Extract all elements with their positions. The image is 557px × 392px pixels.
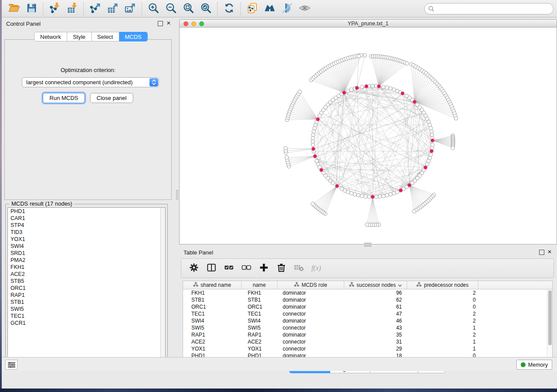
cell-predecessor-nodes[interactable]: 0 (407, 303, 478, 310)
cell-successor-nodes[interactable]: 61 (344, 303, 407, 310)
cell-mcds-role[interactable]: dominator (277, 317, 344, 324)
mcds-result-item[interactable]: STB5 (8, 278, 165, 285)
zoom-out-button[interactable] (162, 1, 180, 16)
mcds-result-list[interactable]: PHD1CAR1STP4TID3YOX1SWI4SRD1PMA2FKH1ACE2… (7, 207, 166, 364)
hide-selected-button[interactable] (278, 1, 296, 16)
cell-successor-nodes[interactable]: 29 (344, 345, 407, 352)
mcds-result-item[interactable]: SWI4 (8, 243, 165, 250)
find-button[interactable] (261, 1, 278, 16)
mcds-result-item[interactable]: ACE2 (8, 271, 165, 278)
cell-mcds-role[interactable]: dominator (277, 296, 344, 303)
mcds-result-item[interactable]: TID3 (8, 229, 165, 236)
mcds-result-item[interactable]: YOX1 (8, 236, 165, 243)
toggle-panel-mode-button[interactable] (205, 261, 218, 275)
mcds-result-item[interactable]: SWI5 (8, 306, 165, 313)
network-window-titlebar[interactable]: YPA_prune.txt_1 (179, 19, 557, 27)
cell-name[interactable]: SWI5 (242, 324, 277, 331)
cell-mcds-role[interactable]: connector (277, 324, 344, 331)
memory-button[interactable]: Memory (516, 360, 552, 370)
vertical-split-handle[interactable] (364, 243, 371, 247)
table-scrollbar-thumb[interactable] (548, 290, 552, 345)
mcds-result-item[interactable]: SRD1 (8, 250, 165, 257)
cell-successor-nodes[interactable]: 96 (344, 289, 407, 296)
cell-mcds-role[interactable]: dominator (277, 303, 344, 310)
table-row[interactable]: YOX1YOX1connector291 (183, 345, 552, 352)
import-network-button[interactable] (46, 1, 63, 16)
cell-shared-name[interactable]: RAP1 (183, 331, 242, 338)
mcds-result-item[interactable]: GCR1 (8, 320, 165, 327)
cell-mcds-role[interactable]: connector (277, 310, 344, 317)
table-row[interactable]: SWI5SWI5connector431 (183, 324, 552, 331)
clone-network-button[interactable] (243, 1, 261, 16)
cell-shared-name[interactable]: SWI5 (183, 324, 242, 331)
column-header-shared-name[interactable]: shared name (183, 281, 242, 289)
cell-name[interactable]: STB1 (242, 296, 277, 303)
export-table-button[interactable] (104, 1, 121, 16)
table-panel-close-button[interactable]: ✕ (547, 250, 552, 255)
deselect-all-button[interactable] (240, 261, 253, 275)
mcds-result-scrollbar[interactable] (160, 208, 165, 363)
table-row[interactable]: STB1STB1dominator620 (183, 296, 552, 303)
cell-mcds-role[interactable]: dominator (277, 289, 344, 296)
delete-column-button[interactable] (275, 261, 288, 275)
table-row[interactable]: ORC1ORC1dominator610 (183, 303, 552, 310)
control-panel-close-button[interactable]: ✕ (166, 21, 171, 26)
column-header-mcds-role[interactable]: MCDS role (277, 281, 344, 289)
cell-name[interactable]: ORC1 (242, 303, 277, 310)
cell-successor-nodes[interactable]: 31 (344, 338, 407, 345)
zoom-in-button[interactable] (145, 1, 162, 16)
optimization-criterion-select[interactable]: largest connected component (undirected) (22, 77, 159, 87)
cell-mcds-role[interactable]: connector (277, 338, 344, 345)
mcds-result-item[interactable]: PHD1 (8, 208, 165, 215)
cell-predecessor-nodes[interactable]: 1 (407, 338, 478, 345)
cell-successor-nodes[interactable]: 43 (344, 324, 407, 331)
table-row[interactable]: SWI4SWI4dominator462 (183, 317, 552, 324)
cell-name[interactable]: SWI4 (242, 317, 277, 324)
show-all-button[interactable] (296, 1, 313, 16)
cell-predecessor-nodes[interactable]: 2 (407, 289, 478, 296)
cell-mcds-role[interactable]: dominator (277, 331, 344, 338)
cell-name[interactable]: TEC1 (242, 310, 277, 317)
cell-successor-nodes[interactable]: 47 (344, 310, 407, 317)
tab-style[interactable]: Style (67, 32, 92, 41)
control-panel-float-button[interactable] (158, 21, 163, 26)
column-header-predecessor-nodes[interactable]: predecessor nodes (407, 281, 478, 289)
tab-select[interactable]: Select (92, 32, 119, 41)
cell-predecessor-nodes[interactable]: 2 (407, 317, 478, 324)
cell-shared-name[interactable]: YOX1 (183, 345, 242, 352)
mcds-result-item[interactable]: TEC1 (8, 313, 165, 320)
tab-mcds[interactable]: MCDS (119, 32, 148, 41)
mcds-result-item[interactable]: ORC1 (8, 285, 165, 292)
cell-predecessor-nodes[interactable]: 2 (407, 331, 478, 338)
cell-shared-name[interactable]: FKH1 (183, 289, 242, 296)
table-scrollbar[interactable] (547, 289, 552, 362)
network-canvas[interactable] (179, 27, 557, 244)
run-mcds-button[interactable]: Run MCDS (43, 93, 85, 103)
import-table-button[interactable] (63, 1, 81, 16)
cell-name[interactable]: FKH1 (242, 289, 277, 296)
zoom-selected-button[interactable] (197, 1, 214, 16)
open-session-button[interactable] (5, 1, 23, 16)
export-network-button[interactable] (86, 1, 104, 16)
cell-shared-name[interactable]: SWI4 (183, 317, 242, 324)
save-session-button[interactable] (23, 1, 40, 16)
cell-shared-name[interactable]: STB1 (183, 296, 242, 303)
cell-successor-nodes[interactable]: 46 (344, 317, 407, 324)
cell-predecessor-nodes[interactable]: 0 (407, 296, 478, 303)
mcds-result-item[interactable]: PMA2 (8, 257, 165, 264)
cell-shared-name[interactable]: ORC1 (183, 303, 242, 310)
status-menu-button[interactable] (5, 360, 17, 370)
table-settings-button[interactable] (187, 261, 201, 275)
cell-name[interactable]: YOX1 (242, 345, 277, 352)
column-header-name[interactable]: name (242, 281, 277, 289)
column-header-successor-nodes[interactable]: successor nodes (344, 281, 407, 289)
export-image-button[interactable] (121, 1, 139, 16)
panel-split-handle[interactable] (176, 190, 178, 199)
zoom-fit-button[interactable] (180, 1, 197, 16)
create-column-button[interactable] (257, 261, 270, 275)
search-input[interactable] (424, 3, 554, 14)
cell-name[interactable]: ACE2 (242, 338, 277, 345)
table-row[interactable]: RAP1RAP1dominator352 (183, 331, 552, 338)
cell-successor-nodes[interactable]: 62 (344, 296, 407, 303)
cell-shared-name[interactable]: TEC1 (183, 310, 242, 317)
